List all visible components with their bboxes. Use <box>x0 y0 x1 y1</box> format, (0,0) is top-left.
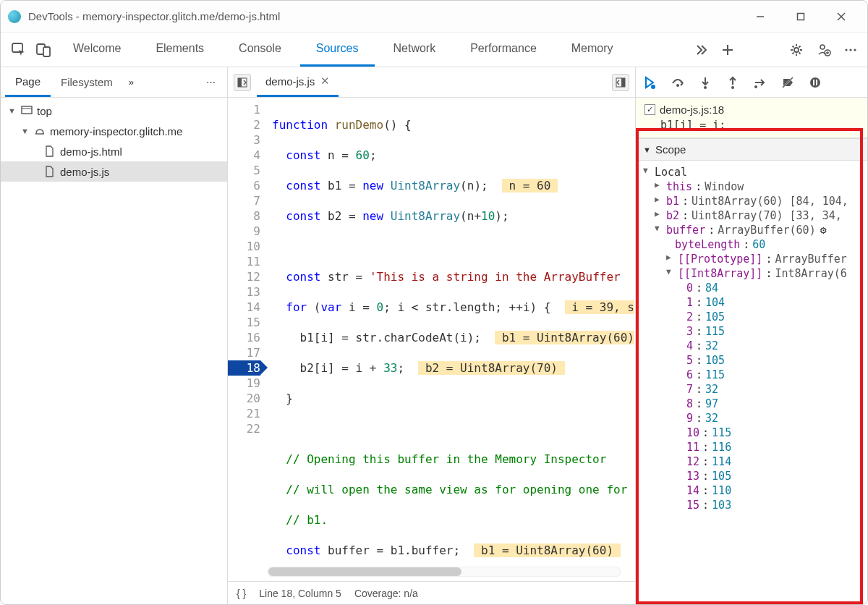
scope-array-entry[interactable]: 9: 32 <box>643 411 867 426</box>
tab-sources[interactable]: Sources <box>300 33 375 67</box>
step-into-icon[interactable] <box>698 75 712 90</box>
tree-domain[interactable]: ▼memory-inspector.glitch.me <box>1 121 227 141</box>
svg-point-16 <box>854 48 856 51</box>
svg-point-15 <box>849 48 851 51</box>
breakpoint-checkbox[interactable]: ✓ <box>644 104 655 115</box>
main-tabs: Welcome Elements Console Sources Network… <box>1 33 867 67</box>
tab-network[interactable]: Network <box>378 33 452 67</box>
scope-int8array[interactable]: ▼[[Int8Array]]: Int8Array(6 <box>643 266 867 281</box>
memory-inspector-icon[interactable]: ⚙ <box>820 224 827 237</box>
titlebar: DevTools - memory-inspector.glitch.me/de… <box>1 1 867 33</box>
tree-file-js[interactable]: demo-js.js <box>1 161 227 182</box>
toggle-debugger-icon[interactable] <box>612 74 629 91</box>
scope-header[interactable]: ▼Scope <box>636 138 867 161</box>
step-over-icon[interactable] <box>671 75 685 90</box>
scope-array-entry[interactable]: 5: 105 <box>643 353 867 368</box>
scope-this[interactable]: ▶this: Window <box>643 179 867 194</box>
scope-buffer[interactable]: ▼buffer: ArrayBuffer(60)⚙ <box>643 223 867 237</box>
scope-array-entry[interactable]: 14: 110 <box>643 483 867 498</box>
breakpoint-location[interactable]: demo-js.js:18 <box>660 103 724 116</box>
tab-performance[interactable]: Performance <box>454 33 553 67</box>
account-icon[interactable] <box>817 43 831 57</box>
coverage-status: Coverage: n/a <box>354 588 418 599</box>
svg-rect-36 <box>816 80 817 85</box>
tree-file-html[interactable]: demo-js.html <box>1 141 227 161</box>
svg-point-10 <box>820 45 825 49</box>
scope-array-entry[interactable]: 7: 32 <box>643 382 867 397</box>
scope-array-entry[interactable]: 15: 103 <box>643 498 867 512</box>
navigator-kebab-icon[interactable]: ⋯ <box>199 77 223 88</box>
close-tab-icon[interactable]: ✕ <box>320 75 330 88</box>
scope-bytelength[interactable]: byteLength: 60 <box>643 237 867 252</box>
breakpoint-code: b1[i] = i; <box>644 116 859 132</box>
svg-rect-35 <box>813 80 814 85</box>
devtools-window: DevTools - memory-inspector.glitch.me/de… <box>0 0 868 605</box>
cursor-position: Line 18, Column 5 <box>259 588 341 599</box>
svg-rect-17 <box>22 106 32 114</box>
tab-memory[interactable]: Memory <box>556 33 629 67</box>
debug-toolbar <box>636 67 867 98</box>
navigator-tab-filesystem[interactable]: Filesystem <box>51 67 123 97</box>
minimize-button[interactable] <box>750 7 770 27</box>
svg-point-14 <box>845 48 847 51</box>
breakpoint-section: ✓demo-js.js:18 b1[i] = i; <box>636 98 867 138</box>
editor-panel: demo-js.js✕ 1234567891011121314151617181… <box>228 67 636 604</box>
more-tabs-icon[interactable] <box>695 43 708 56</box>
scope-array-entry[interactable]: 13: 105 <box>643 469 867 483</box>
tab-welcome[interactable]: Welcome <box>57 33 137 67</box>
editor-tab[interactable]: demo-js.js✕ <box>257 67 339 97</box>
svg-point-24 <box>651 85 655 89</box>
horizontal-scrollbar[interactable] <box>268 567 621 577</box>
scope-array-entry[interactable]: 10: 115 <box>643 426 867 440</box>
status-bar: { } Line 18, Column 5 Coverage: n/a <box>228 581 635 604</box>
scope-array-entry[interactable]: 3: 115 <box>643 324 867 339</box>
window-controls <box>750 7 860 27</box>
tab-elements[interactable]: Elements <box>140 33 220 67</box>
scope-array-entry[interactable]: 4: 32 <box>643 339 867 353</box>
scope-prototype[interactable]: ▶[[Prototype]]: ArrayBuffer <box>643 252 867 266</box>
step-out-icon[interactable] <box>726 75 740 90</box>
scope-array-entry[interactable]: 6: 115 <box>643 368 867 382</box>
step-icon[interactable] <box>753 75 767 90</box>
add-tab-icon[interactable] <box>721 43 734 56</box>
svg-point-27 <box>704 86 707 89</box>
navigator-more-icon[interactable]: » <box>123 77 140 88</box>
svg-point-34 <box>810 77 820 88</box>
inspect-icon[interactable] <box>8 39 30 61</box>
deactivate-breakpoints-icon[interactable] <box>780 75 795 90</box>
device-icon[interactable] <box>33 39 54 61</box>
scope-array-entry[interactable]: 8: 97 <box>643 397 867 411</box>
kebab-icon[interactable] <box>844 43 857 56</box>
resume-icon[interactable] <box>643 75 658 90</box>
code-editor[interactable]: 12345678910111213141516171819202122 func… <box>228 98 635 567</box>
toggle-navigator-icon[interactable] <box>234 74 251 91</box>
scope-array-entry[interactable]: 2: 105 <box>643 310 867 324</box>
navigator-tab-page[interactable]: Page <box>5 67 51 97</box>
scope-local[interactable]: ▼Local <box>643 165 867 179</box>
pause-exceptions-icon[interactable] <box>808 75 822 90</box>
settings-icon[interactable] <box>789 43 804 57</box>
debugger-panel: ✓demo-js.js:18 b1[i] = i; ▼Scope ▼Local … <box>636 67 867 604</box>
window-title: DevTools - memory-inspector.glitch.me/de… <box>28 10 280 22</box>
maximize-button[interactable] <box>791 7 811 27</box>
scope-b2[interactable]: ▶b2: Uint8Array(70) [33, 34, <box>643 208 867 223</box>
scope-array-entry[interactable]: 12: 114 <box>643 454 867 469</box>
svg-rect-23 <box>621 78 625 87</box>
scope-body: ▼Local ▶this: Window ▶b1: Uint8Array(60)… <box>636 161 867 520</box>
tab-console[interactable]: Console <box>223 33 297 67</box>
scope-array-entry[interactable]: 1: 104 <box>643 295 867 310</box>
svg-point-29 <box>731 86 734 89</box>
svg-rect-1 <box>798 13 804 20</box>
svg-point-9 <box>794 48 799 52</box>
file-tree[interactable]: ▼top ▼memory-inspector.glitch.me demo-js… <box>1 98 227 604</box>
close-button[interactable] <box>831 7 851 27</box>
svg-rect-21 <box>238 78 242 87</box>
pretty-print-icon[interactable]: { } <box>237 588 246 599</box>
scope-array-entry[interactable]: 0: 84 <box>643 281 867 295</box>
tree-top[interactable]: ▼top <box>1 101 227 121</box>
scope-b1[interactable]: ▶b1: Uint8Array(60) [84, 104, <box>643 194 867 208</box>
svg-point-25 <box>676 84 679 87</box>
svg-rect-6 <box>43 47 50 56</box>
scope-array-entry[interactable]: 11: 116 <box>643 440 867 454</box>
svg-point-31 <box>754 85 757 88</box>
